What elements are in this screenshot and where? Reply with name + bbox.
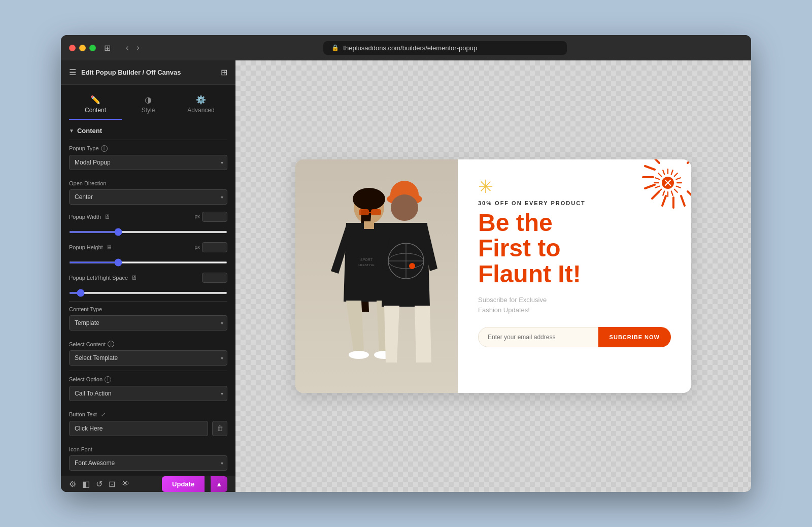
popup-type-select[interactable]: Modal Popup bbox=[69, 155, 227, 170]
popup-subscribe-button[interactable]: SUBCRIBE NOW bbox=[598, 327, 671, 347]
button-text-label: Button Text ⤢ bbox=[69, 411, 227, 418]
browser-content: ☰ Edit Popup Builder / Off Canvas ⊞ ✏️ C… bbox=[61, 60, 751, 492]
popup-lr-label-text: Popup Left/Right Space bbox=[69, 275, 128, 281]
svg-rect-8 bbox=[364, 221, 374, 229]
figure-container: SPORT LIFESTYLE bbox=[295, 159, 458, 393]
maximize-button[interactable] bbox=[89, 45, 96, 51]
select-template-select[interactable]: Select Template bbox=[69, 350, 227, 366]
responsive-icon[interactable]: ⊡ bbox=[109, 479, 115, 489]
popup-type-select-wrapper: Modal Popup bbox=[69, 155, 227, 170]
tab-advanced-label: Advanced bbox=[187, 107, 214, 114]
settings-icon[interactable]: ⚙ bbox=[69, 479, 76, 489]
svg-line-52 bbox=[645, 185, 655, 188]
sidebar-header: ☰ Edit Popup Builder / Off Canvas ⊞ bbox=[61, 60, 235, 85]
open-direction-label: Open Direction bbox=[69, 180, 227, 186]
popup-lr-slider[interactable] bbox=[69, 292, 227, 294]
popup-card: SPORT LIFESTYLE bbox=[295, 159, 691, 393]
select-option-group: Select Option i Call To Action bbox=[61, 371, 235, 406]
popup-headline: Be the First to Flaunt It! bbox=[478, 210, 671, 287]
icon-font-group: Icon Font Font Awesome bbox=[61, 441, 235, 476]
burst-decoration bbox=[640, 159, 691, 212]
history-icon[interactable]: ↺ bbox=[96, 479, 103, 489]
button-text-input[interactable] bbox=[69, 421, 208, 436]
close-button[interactable] bbox=[69, 45, 76, 51]
traffic-lights bbox=[69, 45, 96, 51]
advanced-tab-icon: ⚙️ bbox=[196, 95, 206, 105]
popup-height-input[interactable] bbox=[202, 242, 227, 252]
svg-point-9 bbox=[349, 351, 369, 359]
popup-subtext-line2: Fashion Updates! bbox=[478, 306, 530, 314]
open-direction-group: Open Direction Center bbox=[61, 175, 235, 210]
popup-height-slider[interactable] bbox=[69, 261, 227, 264]
nav-buttons: ‹ › bbox=[124, 41, 142, 54]
popup-lr-input[interactable] bbox=[202, 273, 227, 283]
forward-button[interactable]: › bbox=[134, 41, 141, 54]
select-option-info-icon[interactable]: i bbox=[105, 376, 111, 383]
icon-font-label: Icon Font bbox=[69, 446, 227, 452]
popup-text-area: ✳ 30% OFF ON EVERY PRODUCT Be the First … bbox=[458, 159, 691, 393]
tab-content[interactable]: ✏️ Content bbox=[69, 91, 122, 120]
tab-style[interactable]: ◑ Style bbox=[122, 91, 175, 120]
back-button[interactable]: ‹ bbox=[124, 41, 130, 54]
select-content-info-icon[interactable]: i bbox=[108, 341, 114, 347]
burst-decoration-svg bbox=[640, 159, 691, 210]
button-text-row: 🗑 bbox=[69, 421, 227, 436]
update-button[interactable]: Update bbox=[162, 476, 205, 492]
popup-width-label: Popup Width 🖥 bbox=[69, 213, 110, 220]
popup-height-label-text: Popup Height bbox=[69, 244, 103, 250]
svg-point-18 bbox=[409, 263, 415, 269]
svg-line-47 bbox=[681, 196, 685, 206]
popup-height-label-row: Popup Height 🖥 px bbox=[69, 242, 227, 252]
popup-headline-line1: Be the bbox=[478, 209, 553, 236]
sidebar-toggle-button[interactable]: ⊞ bbox=[102, 41, 113, 55]
svg-line-50 bbox=[645, 166, 655, 170]
open-direction-select[interactable]: Center bbox=[69, 189, 227, 205]
select-content-label-text: Select Content bbox=[69, 341, 106, 347]
popup-height-label: Popup Height 🖥 bbox=[69, 244, 112, 251]
tab-advanced[interactable]: ⚙️ Advanced bbox=[175, 91, 227, 120]
grid-icon[interactable]: ⊞ bbox=[221, 68, 227, 77]
select-option-select-wrapper: Call To Action bbox=[69, 386, 227, 401]
hamburger-icon[interactable]: ☰ bbox=[69, 68, 76, 77]
button-text-trash-button[interactable]: 🗑 bbox=[212, 421, 227, 436]
style-tab-icon: ◑ bbox=[145, 95, 152, 105]
popup-lr-label: Popup Left/Right Space 🖥 bbox=[69, 274, 137, 281]
svg-point-13 bbox=[391, 194, 418, 221]
fashion-figures-svg: SPORT LIFESTYLE bbox=[295, 159, 458, 393]
icon-font-select-wrapper: Font Awesome bbox=[69, 455, 227, 471]
content-type-select[interactable]: Template bbox=[69, 315, 227, 331]
popup-email-input[interactable] bbox=[478, 327, 598, 347]
content-type-label: Content Type bbox=[69, 306, 227, 312]
monitor-icon-1: 🖥 bbox=[104, 213, 110, 220]
popup-width-input[interactable] bbox=[202, 212, 227, 222]
eye-icon[interactable]: 👁 bbox=[121, 479, 129, 488]
popup-width-label-row: Popup Width 🖥 px bbox=[69, 212, 227, 222]
svg-rect-4 bbox=[371, 209, 381, 215]
url-text: theplusaddons.com/builders/elementor-pop… bbox=[343, 44, 477, 52]
bottom-bar: ⚙ ◧ ↺ ⊡ 👁 Update ▲ bbox=[61, 476, 235, 492]
popup-type-label: Popup Type i bbox=[69, 145, 227, 152]
address-bar-inner[interactable]: 🔒 theplusaddons.com/builders/elementor-p… bbox=[323, 41, 567, 55]
popup-type-info-icon[interactable]: i bbox=[101, 145, 108, 152]
svg-line-43 bbox=[688, 191, 691, 199]
popup-headline-line3: Flaunt It! bbox=[478, 260, 581, 287]
update-arrow-button[interactable]: ▲ bbox=[211, 476, 227, 492]
minimize-button[interactable] bbox=[79, 45, 86, 51]
select-option-label: Select Option i bbox=[69, 376, 227, 383]
svg-rect-3 bbox=[359, 209, 369, 215]
icon-font-select[interactable]: Font Awesome bbox=[69, 455, 227, 471]
popup-width-slider[interactable] bbox=[69, 231, 227, 233]
content-type-label-text: Content Type bbox=[69, 306, 102, 312]
popup-form-row: SUBCRIBE NOW bbox=[478, 327, 671, 347]
svg-line-44 bbox=[688, 159, 691, 163]
content-type-select-wrapper: Template bbox=[69, 315, 227, 331]
popup-type-group: Popup Type i Modal Popup bbox=[61, 140, 235, 175]
popup-height-unit: px bbox=[194, 244, 200, 250]
tab-style-label: Style bbox=[142, 107, 155, 114]
layers-icon[interactable]: ◧ bbox=[82, 479, 90, 489]
select-option-select[interactable]: Call To Action bbox=[69, 386, 227, 401]
sidebar-header-left: ☰ Edit Popup Builder / Off Canvas bbox=[69, 68, 181, 77]
section-title: Content bbox=[77, 127, 102, 135]
content-tab-icon: ✏️ bbox=[90, 95, 100, 105]
button-text-move-icon: ⤢ bbox=[101, 411, 106, 418]
